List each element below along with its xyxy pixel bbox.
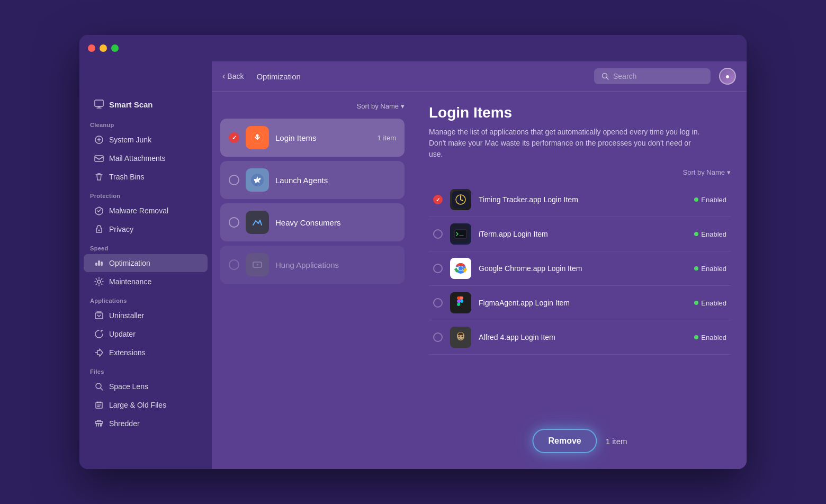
- hung-applications-title: Hung Applications: [275, 260, 396, 269]
- heavy-consumers-icon: [246, 211, 269, 234]
- radio-figma[interactable]: [433, 298, 443, 308]
- section-label-applications: Applications: [79, 291, 212, 306]
- timing-status: Enabled: [694, 196, 726, 204]
- trash-bins-label: Trash Bins: [109, 173, 144, 181]
- radio-timing[interactable]: [433, 195, 443, 204]
- mail-icon: [94, 154, 104, 163]
- chrome-status: Enabled: [694, 265, 726, 273]
- search-input[interactable]: [613, 72, 698, 80]
- radio-login-items[interactable]: [229, 132, 239, 143]
- app-row-chrome: Google Chrome.app Login Item Enabled: [429, 251, 731, 286]
- titlebar: [79, 35, 747, 61]
- section-label-speed: Speed: [79, 239, 212, 254]
- shredder-icon: [94, 419, 104, 428]
- sidebar-item-privacy[interactable]: Privacy: [84, 220, 208, 238]
- updater-icon: [94, 329, 104, 339]
- chrome-status-dot: [694, 266, 698, 271]
- alfred-status-text: Enabled: [701, 334, 726, 341]
- svg-point-3: [98, 230, 100, 231]
- app-row-timing: Timing Tracker.app Login Item Enabled: [429, 183, 731, 217]
- privacy-icon: [94, 224, 104, 234]
- alfred-status: Enabled: [694, 334, 726, 341]
- detail-panel: Login Items Manage the list of applicati…: [413, 92, 747, 469]
- app-row-iterm: iTerm.app Login Item Enabled: [429, 217, 731, 251]
- sidebar-item-optimization[interactable]: Optimization: [84, 254, 208, 272]
- uninstaller-label: Uninstaller: [109, 311, 144, 320]
- sidebar-item-extensions[interactable]: Extensions: [84, 344, 208, 362]
- login-items-icon: [246, 126, 269, 149]
- privacy-label: Privacy: [109, 225, 133, 233]
- space-lens-label: Space Lens: [109, 382, 148, 391]
- sidebar-item-system-junk[interactable]: System Junk: [84, 131, 208, 149]
- login-items-title: Login Items: [275, 133, 371, 142]
- detail-sort-bar[interactable]: Sort by Name ▾: [429, 168, 731, 176]
- list-item-launch-agents[interactable]: Launch Agents: [220, 161, 405, 199]
- svg-point-25: [460, 300, 463, 303]
- smart-scan-icon: [94, 100, 104, 109]
- list-item-login-items[interactable]: Login Items 1 item: [220, 119, 405, 157]
- detail-title: Login Items: [429, 104, 731, 121]
- search-icon: [601, 73, 609, 80]
- remove-bar: Remove 1 item: [532, 429, 627, 453]
- remove-button[interactable]: Remove: [532, 429, 597, 453]
- remove-count: 1 item: [606, 437, 627, 446]
- close-button[interactable]: [88, 44, 95, 52]
- svg-rect-2: [95, 156, 103, 161]
- optimization-label: Optimization: [109, 259, 150, 267]
- system-junk-icon: [94, 135, 104, 145]
- malware-removal-label: Malware Removal: [109, 206, 168, 215]
- figma-status: Enabled: [694, 299, 726, 307]
- system-junk-label: System Junk: [109, 136, 151, 144]
- heavy-consumers-title: Heavy Consumers: [275, 218, 396, 227]
- traffic-lights: [88, 44, 119, 52]
- radio-hung-applications[interactable]: [229, 259, 239, 270]
- sidebar-item-uninstaller[interactable]: Uninstaller: [84, 307, 208, 325]
- sidebar-item-smart-scan[interactable]: Smart Scan: [84, 94, 208, 114]
- sidebar-item-maintenance[interactable]: Maintenance: [84, 273, 208, 291]
- sidebar-item-mail-attachments[interactable]: Mail Attachments: [84, 149, 208, 167]
- extensions-label: Extensions: [109, 348, 145, 357]
- list-item-heavy-consumers[interactable]: Heavy Consumers: [220, 203, 405, 241]
- sidebar-item-trash-bins[interactable]: Trash Bins: [84, 168, 208, 186]
- figma-status-text: Enabled: [701, 299, 726, 307]
- iterm-app-icon: [450, 223, 471, 245]
- minimize-button[interactable]: [100, 44, 107, 52]
- search-box[interactable]: [594, 68, 711, 84]
- sort-bar[interactable]: Sort by Name ▾: [220, 102, 405, 110]
- large-files-icon: [94, 400, 104, 410]
- alfred-app-icon: [450, 327, 471, 348]
- launch-agents-title: Launch Agents: [275, 176, 396, 185]
- back-label: Back: [227, 72, 244, 80]
- list-item-hung-applications[interactable]: Hung Applications: [220, 246, 405, 284]
- app-window: Smart Scan Cleanup System Junk Mail Atta…: [79, 35, 747, 469]
- sidebar-item-space-lens[interactable]: Space Lens: [84, 377, 208, 395]
- avatar-button[interactable]: ●: [719, 68, 736, 85]
- trash-icon: [94, 172, 104, 182]
- content-area: Sort by Name ▾ Login: [212, 92, 747, 469]
- timing-app-icon: [450, 189, 471, 210]
- back-button[interactable]: ‹ Back: [222, 71, 244, 81]
- sort-label: Sort by Name: [357, 102, 399, 110]
- sidebar-item-shredder[interactable]: Shredder: [84, 415, 208, 433]
- mail-attachments-label: Mail Attachments: [109, 154, 166, 163]
- svg-rect-5: [95, 313, 103, 319]
- radio-chrome[interactable]: [433, 264, 443, 273]
- sidebar-item-large-old-files[interactable]: Large & Old Files: [84, 396, 208, 414]
- maintenance-icon: [94, 277, 104, 286]
- radio-heavy-consumers[interactable]: [229, 217, 239, 228]
- radio-alfred[interactable]: [433, 332, 443, 342]
- sidebar-item-malware-removal[interactable]: Malware Removal: [84, 202, 208, 220]
- detail-header: Login Items Manage the list of applicati…: [429, 104, 731, 160]
- list-panel: Sort by Name ▾ Login: [212, 92, 413, 469]
- chrome-app-name: Google Chrome.app Login Item: [479, 264, 687, 273]
- section-label-files: Files: [79, 362, 212, 377]
- shredder-label: Shredder: [109, 419, 140, 428]
- maximize-button[interactable]: [111, 44, 119, 52]
- login-items-badge: 1 item: [378, 134, 396, 142]
- extensions-icon: [94, 348, 104, 357]
- space-lens-icon: [94, 382, 104, 391]
- optimization-icon: [94, 258, 104, 268]
- radio-launch-agents[interactable]: [229, 175, 239, 185]
- radio-iterm[interactable]: [433, 229, 443, 239]
- sidebar-item-updater[interactable]: Updater: [84, 325, 208, 343]
